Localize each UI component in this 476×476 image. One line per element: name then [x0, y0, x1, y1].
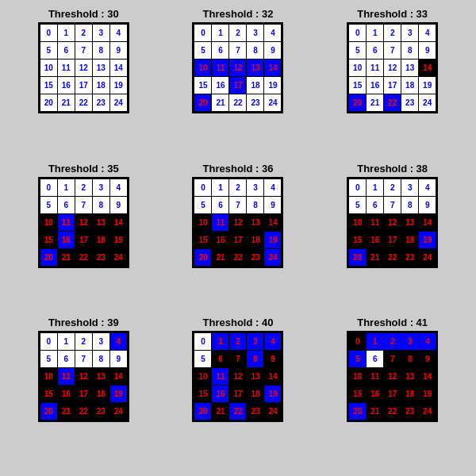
cell-3-1: 16: [57, 77, 75, 94]
table-row: 56789: [349, 351, 436, 368]
cell-3-4: 19: [419, 231, 436, 248]
grid-table-t35: 0123456789101112131415161718192021222324: [40, 178, 128, 267]
cell-2-1: 11: [367, 60, 384, 77]
table-row: 2021222324: [349, 403, 436, 420]
cell-1-0: 5: [194, 42, 212, 60]
cell-3-2: 17: [75, 77, 92, 94]
cell-2-2: 12: [229, 368, 247, 386]
cell-4-2: 22: [384, 94, 401, 112]
cell-4-3: 23: [247, 403, 264, 420]
cell-3-0: 15: [349, 386, 367, 403]
cell-4-0: 20: [40, 94, 57, 112]
panel-title-t32: Threshold : 32: [203, 8, 274, 20]
cell-1-4: 9: [109, 351, 127, 368]
panel-t38: Threshold : 3801234567891011121314151617…: [317, 163, 468, 314]
table-row: 2021222324: [194, 94, 282, 112]
cell-1-1: 6: [367, 196, 384, 213]
cell-0-4: 4: [109, 178, 127, 196]
cell-1-2: 7: [384, 351, 401, 368]
cell-4-4: 24: [264, 94, 282, 112]
cell-2-0: 10: [40, 60, 57, 77]
cell-3-1: 16: [57, 386, 75, 403]
cell-1-1: 6: [57, 42, 75, 60]
cell-3-1: 16: [212, 231, 229, 248]
cell-0-2: 2: [75, 178, 92, 196]
cell-3-4: 19: [109, 77, 127, 94]
table-row: 01234: [40, 333, 127, 351]
table-row: 1516171819: [194, 77, 282, 94]
table-row: 01234: [194, 178, 282, 196]
cell-1-3: 8: [401, 196, 419, 213]
cell-0-3: 3: [401, 333, 419, 351]
cell-3-0: 15: [40, 77, 57, 94]
panel-t39: Threshold : 3901234567891011121314151617…: [8, 317, 159, 468]
cell-0-1: 1: [57, 178, 75, 196]
cell-4-1: 21: [367, 248, 384, 266]
cell-0-4: 4: [109, 333, 127, 351]
cell-0-2: 2: [384, 333, 401, 351]
panel-title-t30: Threshold : 30: [48, 8, 119, 20]
table-row: 1516171819: [194, 386, 282, 403]
cell-0-0: 0: [40, 25, 57, 42]
cell-4-0: 20: [40, 248, 57, 266]
cell-3-0: 15: [194, 77, 212, 94]
cell-4-3: 23: [92, 94, 109, 112]
cell-0-0: 0: [40, 333, 57, 351]
cell-1-1: 6: [212, 42, 229, 60]
cell-4-1: 21: [367, 403, 384, 420]
cell-1-1: 6: [57, 351, 75, 368]
cell-4-0: 20: [40, 403, 57, 420]
cell-3-3: 18: [401, 386, 419, 403]
cell-2-0: 10: [194, 368, 212, 386]
cell-1-0: 5: [40, 351, 57, 368]
cell-2-3: 13: [92, 368, 109, 386]
cell-3-3: 18: [247, 231, 264, 248]
table-row: 1011121314: [40, 368, 127, 386]
cell-0-1: 1: [367, 333, 384, 351]
cell-1-1: 6: [367, 42, 384, 60]
cell-3-1: 16: [212, 77, 229, 94]
cell-2-4: 14: [264, 213, 282, 231]
table-row: 1011121314: [349, 60, 436, 77]
grid-table-t38: 0123456789101112131415161718192021222324: [348, 178, 436, 267]
cell-4-3: 23: [401, 94, 419, 112]
cell-0-4: 4: [419, 333, 436, 351]
table-row: 56789: [40, 196, 127, 213]
table-row: 1011121314: [194, 368, 282, 386]
cell-3-4: 19: [264, 231, 282, 248]
cell-3-3: 18: [92, 77, 109, 94]
cell-3-0: 15: [194, 231, 212, 248]
cell-0-1: 1: [57, 333, 75, 351]
table-row: 01234: [194, 333, 282, 351]
panel-title-t36: Threshold : 36: [203, 163, 274, 175]
panel-t41: Threshold : 4101234567891011121314151617…: [317, 317, 468, 468]
cell-1-3: 8: [247, 351, 264, 368]
cell-0-2: 2: [384, 25, 401, 42]
cell-3-2: 17: [384, 231, 401, 248]
grid-outer-t32: 0123456789101112131415161718192021222324: [192, 22, 283, 113]
cell-2-1: 11: [212, 368, 229, 386]
table-row: 1011121314: [194, 60, 282, 77]
table-row: 1011121314: [194, 213, 282, 231]
cell-4-1: 21: [57, 403, 75, 420]
cell-4-2: 22: [229, 248, 247, 266]
cell-1-3: 8: [92, 42, 109, 60]
panel-title-t35: Threshold : 35: [48, 163, 119, 175]
table-row: 01234: [349, 25, 436, 42]
table-row: 1516171819: [194, 231, 282, 248]
cell-2-0: 10: [40, 368, 57, 386]
grid-table-t39: 0123456789101112131415161718192021222324: [40, 332, 128, 420]
cell-0-0: 0: [194, 25, 212, 42]
cell-2-1: 11: [367, 213, 384, 231]
table-row: 1011121314: [40, 213, 127, 231]
cell-0-1: 1: [212, 178, 229, 196]
table-row: 01234: [40, 25, 127, 42]
cell-1-2: 7: [75, 42, 92, 60]
grid-table-t36: 0123456789101112131415161718192021222324: [194, 178, 282, 267]
cell-2-2: 12: [384, 213, 401, 231]
cell-2-4: 14: [109, 60, 127, 77]
cell-4-4: 24: [419, 94, 436, 112]
cell-4-1: 21: [57, 94, 75, 112]
cell-2-3: 13: [92, 60, 109, 77]
cell-0-3: 3: [92, 25, 109, 42]
